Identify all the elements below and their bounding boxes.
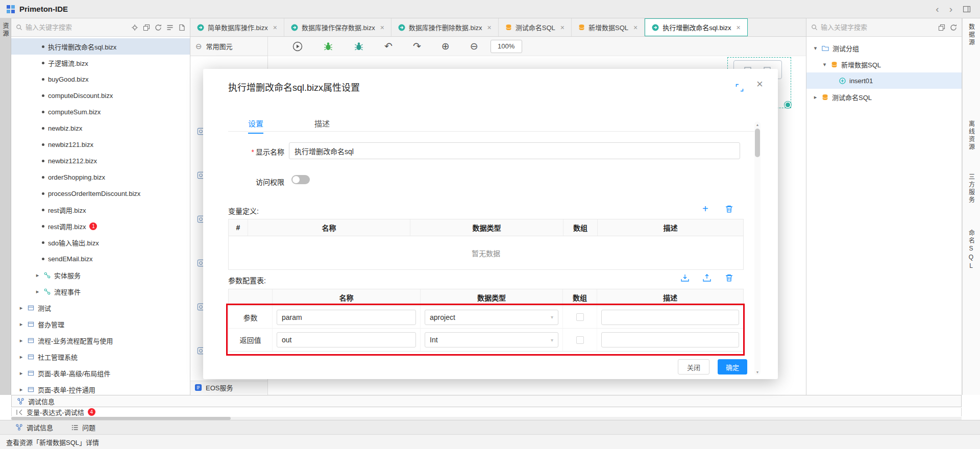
tree-item-bizx[interactable]: rest调用.bizx1 <box>11 218 190 234</box>
param-description-input[interactable] <box>601 332 739 347</box>
bug-test-icon[interactable] <box>354 41 364 52</box>
close-tab-icon[interactable]: × <box>633 23 638 32</box>
palette-header[interactable]: ⊖ 常用图元 <box>190 37 267 56</box>
strip-tab-offline-resource[interactable]: 离线资源 <box>967 120 976 151</box>
panel-layout-icon[interactable] <box>963 5 971 13</box>
caret-down-icon[interactable]: ▾ <box>822 61 827 68</box>
chevron-right-icon[interactable]: › <box>949 4 952 14</box>
caret-right-icon[interactable]: ▸ <box>35 288 40 295</box>
param-array-checkbox[interactable] <box>576 313 584 321</box>
tab-problems[interactable]: 问题 <box>71 422 95 432</box>
fullscreen-icon[interactable] <box>736 84 744 93</box>
delete-param-icon[interactable] <box>725 273 733 284</box>
close-tab-icon[interactable]: × <box>737 23 741 32</box>
close-tab-icon[interactable]: × <box>487 23 492 32</box>
tree-item-bizx[interactable]: computeDiscount.bizx <box>11 87 190 104</box>
tab-debug-info[interactable]: 调试信息 <box>15 422 53 432</box>
confirm-button[interactable]: 确定 <box>718 359 747 375</box>
caret-right-icon[interactable]: ▸ <box>18 386 24 393</box>
tree-item-bizx[interactable]: newbiz121.bizx <box>11 136 190 153</box>
strip-tab-third-party[interactable]: 三方服务 <box>967 173 976 204</box>
collapse-all-icon[interactable] <box>938 24 945 31</box>
tree-group[interactable]: ▸页面-表单-高级/布局组件 <box>11 365 190 381</box>
tree-item-bizx[interactable]: buyGood.bizx <box>11 71 190 87</box>
locate-icon[interactable] <box>131 24 138 31</box>
caret-right-icon[interactable]: ▸ <box>18 370 24 377</box>
param-name-input[interactable] <box>277 332 416 347</box>
redo-icon[interactable]: ↷ <box>413 41 421 51</box>
caret-down-icon[interactable]: ▾ <box>813 45 818 52</box>
tree-item-bizx[interactable]: rest调用.bizx <box>11 202 190 218</box>
tree-item-bizx[interactable]: orderShopping.bizx <box>11 169 190 185</box>
refresh-icon[interactable] <box>155 24 162 31</box>
palette-group-eos[interactable]: EOS服务 <box>190 381 267 394</box>
collapse-all-icon[interactable] <box>143 24 150 31</box>
editor-tab[interactable]: 数据库操作删除数据.bizx× <box>391 18 499 36</box>
collapse-icon[interactable]: ⊖ <box>195 42 202 51</box>
import-params-icon[interactable] <box>680 273 690 284</box>
resources-strip-tab[interactable]: 资源 <box>1 22 10 395</box>
debug-run-icon[interactable] <box>292 41 303 52</box>
param-array-checkbox[interactable] <box>576 336 584 344</box>
tree-item-bizx[interactable]: 子逻辑流.bizx <box>11 55 190 71</box>
param-type-select[interactable]: aproject▾ <box>425 310 558 325</box>
tree-group-entity-service[interactable]: ▸实体服务 <box>11 267 190 283</box>
access-toggle[interactable] <box>291 175 310 184</box>
param-description-input[interactable] <box>601 310 739 325</box>
debug-info-bar[interactable]: 调试信息 <box>11 395 962 407</box>
scroll-down-icon[interactable]: ▼ <box>754 369 761 375</box>
bug-debug-icon[interactable] <box>323 41 333 52</box>
close-button[interactable]: 关闭 <box>678 359 709 375</box>
tree-group[interactable]: ▸流程-业务流程配置与使用 <box>11 332 190 348</box>
editor-tab[interactable]: 简单数据库操作.bizx× <box>190 18 284 36</box>
caret-right-icon[interactable]: ▸ <box>813 94 818 101</box>
tree-group-flow-event[interactable]: ▸流程事件 <box>11 283 190 300</box>
editor-tab[interactable]: 测试命名SQL× <box>499 18 572 36</box>
sort-list-icon[interactable] <box>166 24 174 31</box>
resource-search-input[interactable] <box>26 23 128 31</box>
collapse-left-icon[interactable] <box>16 409 23 416</box>
undo-icon[interactable]: ↶ <box>384 41 393 51</box>
param-type-select[interactable]: Int▾ <box>425 332 558 347</box>
tree-item-bizx[interactable]: newbiz.bizx <box>11 120 190 136</box>
tree-item-bizx[interactable]: sendEMail.bizx <box>11 251 190 267</box>
zoom-out-icon[interactable]: ⊖ <box>470 41 478 51</box>
editor-tab-active[interactable]: 执行增删改命名sql.bizx× <box>645 18 748 36</box>
tree-item-bizx[interactable]: 执行增删改命名sql.bizx <box>11 38 190 55</box>
export-params-icon[interactable] <box>702 273 712 284</box>
tree-group[interactable]: ▸督办管理 <box>11 316 190 332</box>
export-doc-icon[interactable] <box>178 24 185 31</box>
strip-tab-datasource[interactable]: 数据源 <box>967 23 976 46</box>
sql-search-input[interactable] <box>821 23 935 31</box>
editor-tab[interactable]: 数据库操作保存数据.bizx× <box>284 18 391 36</box>
refresh-icon[interactable] <box>950 24 957 31</box>
tree-group[interactable]: ▸社工管理系统 <box>11 348 190 365</box>
node-connect-handle[interactable] <box>785 102 791 108</box>
scroll-up-icon[interactable]: ▲ <box>754 121 761 128</box>
add-variable-icon[interactable]: + <box>702 204 708 214</box>
zoom-level-select[interactable]: 100% <box>491 40 522 53</box>
tree-item-bizx[interactable]: processOrderItemDiscount.bizx <box>11 185 190 202</box>
editor-tab[interactable]: 新增数据SQL× <box>572 18 645 36</box>
param-name-input[interactable] <box>277 310 416 325</box>
caret-right-icon[interactable]: ▸ <box>18 305 24 311</box>
close-dialog-icon[interactable]: × <box>756 78 763 91</box>
display-name-input[interactable] <box>289 142 740 159</box>
tree-item-bizx[interactable]: sdo输入输出.bizx <box>11 234 190 251</box>
caret-right-icon[interactable]: ▸ <box>35 272 40 279</box>
scrollbar-thumb[interactable] <box>755 129 760 157</box>
caret-right-icon[interactable]: ▸ <box>18 321 24 328</box>
close-tab-icon[interactable]: × <box>560 23 565 32</box>
strip-tab-named-sql[interactable]: 命名SQL <box>967 230 976 271</box>
caret-right-icon[interactable]: ▸ <box>18 337 24 344</box>
sql-statement-selected[interactable]: insert01 <box>806 72 962 89</box>
sql-resource[interactable]: ▾新增数据SQL <box>806 56 962 72</box>
tree-group[interactable]: ▸测试 <box>11 300 190 316</box>
zoom-in-icon[interactable]: ⊕ <box>442 41 450 51</box>
debug-subtab-label[interactable]: 变量-表达式-调试结 <box>27 408 84 416</box>
tree-item-bizx[interactable]: newbiz1212.bizx <box>11 153 190 169</box>
sql-group-folder[interactable]: ▾测试分组 <box>806 40 962 56</box>
close-tab-icon[interactable]: × <box>380 23 384 32</box>
close-tab-icon[interactable]: × <box>273 23 277 32</box>
caret-right-icon[interactable]: ▸ <box>18 354 24 360</box>
